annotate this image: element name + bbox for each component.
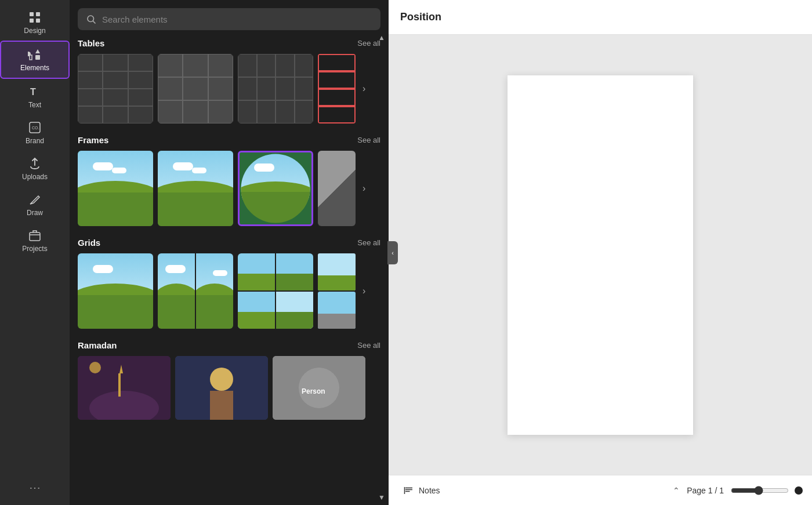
table-thumb-1[interactable] [78, 54, 153, 123]
search-input-wrapper[interactable] [78, 8, 380, 30]
gd [196, 295, 233, 329]
grids-section-header: Grids See all [78, 238, 380, 248]
sidebar-item-label-text: Text [28, 101, 41, 109]
tc [295, 100, 314, 123]
grid-thumb-two-col[interactable] [158, 253, 233, 329]
cloud [213, 270, 227, 276]
frames-section-header: Frames See all [78, 135, 380, 145]
frame-thumb-circle[interactable] [238, 151, 313, 226]
frame-thumb-1[interactable] [78, 151, 153, 226]
svg-rect-1 [36, 12, 40, 16]
tc [238, 54, 257, 77]
tc [318, 106, 356, 123]
tc [257, 54, 276, 77]
search-input[interactable] [102, 14, 372, 24]
svg-text:T: T [30, 87, 36, 97]
tc [238, 100, 257, 123]
sidebar-item-brand[interactable]: CO. Brand [0, 115, 70, 151]
tc [158, 77, 183, 100]
tc [78, 71, 103, 89]
tc [318, 71, 356, 89]
cloud [93, 265, 113, 273]
sidebar-item-text[interactable]: T Text [0, 79, 70, 115]
tc [276, 54, 295, 77]
canvas-area[interactable] [389, 35, 812, 475]
tables-see-all[interactable]: See all [357, 39, 380, 48]
canvas-page [507, 75, 693, 435]
tc [257, 77, 276, 100]
ramadan-section: Ramadan See all [78, 340, 380, 420]
tc [183, 54, 208, 77]
grid-cell-3 [238, 292, 275, 329]
sidebar-item-draw[interactable]: Draw [0, 187, 70, 223]
zoom-slider[interactable] [731, 486, 789, 495]
position-title: Position [400, 11, 441, 23]
frame-thumb-partial[interactable] [318, 151, 356, 226]
svg-point-9 [88, 16, 94, 22]
tables-grid: › [78, 54, 380, 123]
panel-scroll-area[interactable]: Tables See all [70, 36, 389, 505]
cloud-2 [112, 168, 126, 173]
sidebar-item-label-draw: Draw [27, 209, 43, 217]
ramadan-thumb-1[interactable] [78, 356, 171, 420]
ramadan-img-2 [175, 356, 268, 420]
tc [295, 54, 314, 77]
grid-cell-1 [238, 253, 275, 290]
grids-section-title: Grids [78, 238, 100, 248]
zoom-dot [795, 486, 803, 495]
tc [128, 106, 153, 123]
ramadan-section-title: Ramadan [78, 340, 117, 350]
tc [183, 77, 208, 100]
elements-panel: Tables See all [70, 0, 389, 505]
tc [295, 77, 314, 100]
tc [257, 100, 276, 123]
ramadan-grid: Person [78, 356, 380, 420]
tc [276, 77, 295, 100]
search-bar [70, 0, 389, 36]
panel-collapse-button[interactable]: ‹ [387, 241, 398, 264]
table-thumb-red[interactable] [318, 54, 356, 123]
chevron-up-icon[interactable]: ⌃ [673, 486, 680, 495]
sidebar-item-uploads[interactable]: Uploads [0, 151, 70, 187]
grid-thumb-partial[interactable] [318, 253, 356, 329]
svg-rect-2 [30, 19, 34, 23]
tc [183, 100, 208, 123]
sidebar-item-design[interactable]: Design [0, 5, 70, 41]
tc [103, 89, 128, 106]
table-thumb-3[interactable] [238, 54, 313, 123]
grids-section: Grids See all [78, 238, 380, 329]
ramadan-see-all[interactable]: See all [357, 341, 380, 350]
grids-see-all[interactable]: See all [357, 238, 380, 247]
grids-scroll-arrow[interactable]: › [360, 284, 368, 299]
tables-scroll-arrow[interactable]: › [360, 81, 368, 96]
grids-grid: › [78, 253, 380, 329]
frames-grid: › [78, 151, 380, 226]
tables-section: Tables See all [78, 38, 380, 123]
tc [208, 54, 233, 77]
sidebar-item-label-uploads: Uploads [22, 173, 48, 181]
ramadan-section-header: Ramadan See all [78, 340, 380, 350]
grid-thumb-four[interactable] [238, 253, 313, 329]
sidebar-item-label-projects: Projects [22, 245, 47, 253]
scroll-up-arrow[interactable]: ▲ [378, 34, 385, 42]
scroll-down-arrow[interactable]: ▼ [378, 493, 385, 502]
tc [208, 77, 233, 100]
sidebar-item-elements[interactable]: Elements [0, 41, 70, 79]
ramadan-thumb-3[interactable]: Person [273, 356, 365, 420]
svg-rect-3 [36, 19, 40, 23]
sidebar-item-projects[interactable]: Projects [0, 223, 70, 259]
svg-text:CO.: CO. [32, 126, 39, 130]
frames-scroll-arrow[interactable]: › [360, 181, 368, 196]
table-thumb-2[interactable] [158, 54, 233, 123]
more-options-button[interactable]: ⋯ [0, 475, 70, 500]
tc [78, 89, 103, 106]
frame-thumb-2[interactable] [158, 151, 233, 226]
ramadan-thumb-2[interactable] [175, 356, 268, 420]
tc [158, 54, 183, 77]
tc [103, 71, 128, 89]
frames-see-all[interactable]: See all [357, 136, 380, 144]
elements-icon [28, 48, 42, 61]
svg-point-13 [89, 362, 101, 373]
notes-button[interactable]: Notes [398, 482, 446, 499]
grid-thumb-single[interactable] [78, 253, 153, 329]
